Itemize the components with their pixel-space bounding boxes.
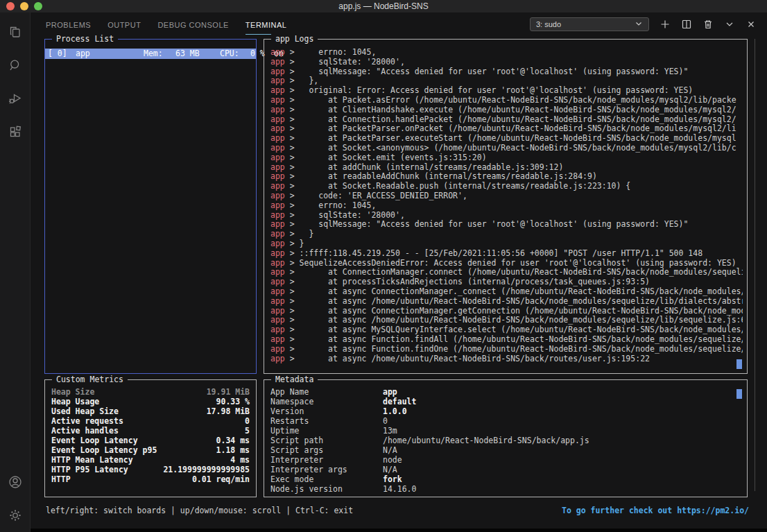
- log-text: at async Function.findOne (/home/ubuntu/…: [300, 345, 743, 354]
- log-line: app > at async Function.findOne (/home/u…: [270, 345, 743, 354]
- metric-row: Event Loop Latency p95 1.18 ms: [51, 445, 250, 455]
- metadata-label: Script path: [270, 436, 383, 445]
- run-debug-icon[interactable]: [4, 87, 26, 110]
- metadata-value: 1.0.0: [383, 406, 407, 416]
- metric-value: 4 ms: [230, 455, 250, 465]
- metric-value: 21.199999999999985: [163, 465, 250, 474]
- terminal-viewport[interactable]: Process List [ 0] app Mem: 63 MB CPU: 0 …: [31, 36, 767, 497]
- log-line: app > at async Function.findAll (/home/u…: [270, 335, 743, 345]
- log-prefix-symbol: >: [285, 172, 300, 181]
- accounts-icon[interactable]: [4, 471, 26, 493]
- metadata-row: Uptime 13m: [270, 426, 741, 436]
- log-line: app > sqlMessage: "Access denied for use…: [270, 67, 743, 77]
- metric-label: HTTP: [51, 474, 71, 484]
- log-line: app > at async /home/ubuntu/React-NodeBi…: [270, 297, 743, 307]
- split-terminal-button[interactable]: [681, 19, 692, 30]
- log-prefix-symbol: >: [285, 287, 300, 296]
- tab-problems[interactable]: PROBLEMS: [46, 15, 91, 34]
- log-prefix: app: [270, 335, 285, 344]
- log-line: app > SequelizeAccessDeniedError: Access…: [270, 259, 743, 268]
- log-prefix: app: [270, 76, 285, 85]
- search-icon[interactable]: [4, 54, 26, 76]
- metric-label: Active handles: [51, 426, 119, 436]
- metadata-row: Namespace default: [270, 397, 741, 406]
- log-prefix: app: [270, 201, 285, 210]
- metric-row: HTTP Mean Latency 4 ms: [51, 455, 250, 465]
- window-title: app.js — NodeBird-SNS: [0, 0, 767, 12]
- log-prefix-symbol: >: [285, 96, 300, 105]
- metadata-label: Version: [270, 406, 383, 416]
- metric-label: HTTP P95 Latency: [51, 465, 128, 474]
- close-icon: [746, 19, 756, 29]
- select-chevron-icon: [635, 19, 643, 29]
- metadata-value: N/A: [383, 445, 397, 455]
- metadata-value: 14.16.0: [383, 484, 416, 494]
- maximize-panel-button[interactable]: [724, 19, 735, 30]
- process-index: [ 0]: [48, 49, 67, 59]
- metadata-scrollbar-thumb[interactable]: [736, 389, 742, 399]
- custom-metrics-board: Custom Metrics Heap Size 19.91 MiB Heap …: [44, 379, 257, 497]
- extensions-icon[interactable]: [4, 121, 26, 143]
- tab-terminal[interactable]: TERMINAL: [245, 15, 287, 35]
- log-prefix-symbol: >: [285, 307, 300, 316]
- metadata-label: Interpreter: [270, 455, 383, 465]
- metric-label: HTTP Mean Latency: [51, 455, 133, 465]
- logs-scrollbar-thumb[interactable]: [736, 359, 742, 369]
- metadata-rows: App Name app Namespace default Version: [264, 380, 747, 494]
- metadata-row: Script args N/A: [270, 445, 741, 455]
- pm2-link[interactable]: To go further check out https://pm2.io/: [562, 506, 749, 515]
- log-text: }: [300, 239, 304, 248]
- bottom-strip: [31, 529, 767, 532]
- log-line: app > errno: 1045,: [270, 201, 743, 211]
- log-prefix-symbol: >: [285, 335, 300, 344]
- log-line: app > sqlState: '28000',: [270, 58, 743, 67]
- trash-icon: [703, 19, 714, 30]
- log-prefix: app: [270, 297, 285, 306]
- metadata-row: Interpreter node: [270, 455, 741, 465]
- log-line: app > at PacketParser.onPacket (/home/ub…: [270, 124, 743, 134]
- metadata-value: /home/ubuntu/React-NodeBird-SNS/back/app…: [383, 436, 589, 445]
- metadata-value: default: [383, 397, 416, 406]
- log-prefix-symbol: >: [285, 115, 300, 124]
- log-line: app > }: [270, 239, 743, 249]
- log-text: errno: 1045,: [300, 48, 377, 57]
- metric-value: 0: [245, 416, 250, 426]
- log-prefix-symbol: >: [285, 76, 300, 85]
- close-panel-button[interactable]: [746, 19, 757, 30]
- metadata-row: Script path /home/ubuntu/React-NodeBird-…: [270, 436, 741, 445]
- log-prefix-symbol: >: [285, 191, 300, 200]
- tab-output[interactable]: OUTPUT: [107, 15, 141, 34]
- vscode-window: app.js — NodeBird-SNS: [0, 0, 767, 532]
- metric-row: HTTP P95 Latency 21.199999999999985: [51, 465, 250, 474]
- log-line: app > at addChunk (internal/streams/read…: [270, 163, 743, 173]
- metric-label: Used Heap Size: [51, 406, 119, 416]
- metric-value: 0.01 req/min: [192, 474, 250, 484]
- log-prefix-symbol: >: [285, 201, 300, 210]
- terminal-selector-dropdown[interactable]: 3: sudo: [530, 17, 649, 31]
- log-line: app > at processTicksAndRejections (inte…: [270, 277, 743, 287]
- log-prefix-symbol: >: [285, 48, 300, 57]
- metric-label: Event Loop Latency: [51, 436, 138, 445]
- log-text: at Socket.<anonymous> (/home/ubuntu/Reac…: [300, 144, 736, 153]
- log-text: sqlMessage: "Access denied for user 'roo…: [300, 220, 689, 229]
- log-prefix: app: [270, 191, 285, 200]
- log-prefix: app: [270, 259, 285, 268]
- settings-gear-icon[interactable]: [4, 504, 26, 526]
- process-name: app: [76, 49, 90, 59]
- log-line: app > at ConnectionManager.connect (/hom…: [270, 268, 743, 277]
- metric-row: Active handles 5: [51, 426, 250, 436]
- log-text: original: Error: Access denied for user …: [300, 86, 693, 95]
- log-prefix-symbol: >: [285, 144, 300, 153]
- metadata-value: N/A: [383, 465, 397, 474]
- process-row[interactable]: [ 0] app Mem: 63 MB CPU: 0 % on: [45, 49, 256, 59]
- kill-terminal-button[interactable]: [703, 19, 714, 30]
- log-line: app > }: [270, 230, 743, 239]
- log-prefix: app: [270, 134, 285, 143]
- log-prefix: app: [270, 230, 285, 239]
- new-terminal-button[interactable]: [660, 19, 671, 30]
- metadata-board[interactable]: Metadata App Name app Namespace default: [264, 379, 748, 497]
- log-text: code: 'ER_ACCESS_DENIED_ERROR',: [300, 191, 467, 200]
- app-logs-board[interactable]: app Logs app > errno: 1045, app > sqlSta…: [264, 39, 748, 374]
- explorer-icon[interactable]: [4, 21, 26, 43]
- tab-debug-console[interactable]: DEBUG CONSOLE: [157, 15, 228, 34]
